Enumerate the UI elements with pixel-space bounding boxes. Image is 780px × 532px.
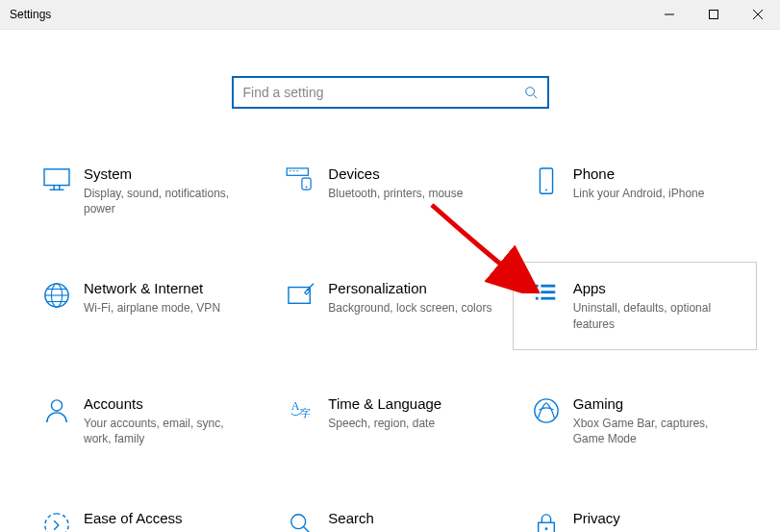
tile-desc: Wi-Fi, airplane mode, VPN (84, 300, 220, 316)
svg-line-6 (533, 95, 537, 99)
tile-title: Gaming (573, 395, 737, 412)
tile-title: Privacy (573, 510, 728, 526)
svg-rect-38 (538, 522, 554, 532)
search-area (0, 30, 780, 147)
tile-phone[interactable]: Phone Link your Android, iPhone (513, 147, 757, 235)
search-input[interactable] (243, 85, 524, 100)
svg-point-4 (525, 88, 534, 96)
tile-desc: Bluetooth, printers, mouse (328, 186, 463, 201)
svg-rect-27 (541, 285, 555, 288)
lock-icon (525, 510, 567, 532)
svg-rect-15 (302, 178, 311, 190)
tile-title: Personalization (328, 280, 491, 296)
tile-desc: Display, sound, notifications, power (84, 186, 247, 216)
svg-point-36 (291, 515, 306, 529)
gaming-icon (525, 395, 567, 446)
svg-rect-1 (710, 11, 718, 19)
system-icon (36, 165, 78, 216)
close-button[interactable] (736, 0, 780, 29)
tile-devices[interactable]: Devices Bluetooth, printers, mouse (267, 147, 512, 235)
tile-ease-of-access[interactable]: Ease of Access Narrator, magnifier, high… (23, 492, 267, 532)
accounts-icon (36, 395, 78, 446)
maximize-button[interactable] (692, 0, 736, 29)
globe-icon (36, 280, 78, 331)
tile-title: Search (328, 510, 461, 526)
svg-text:A: A (291, 399, 300, 413)
phone-icon (525, 165, 567, 216)
tile-title: Devices (328, 165, 463, 182)
ease-of-access-icon (36, 510, 78, 532)
window-controls (647, 0, 780, 29)
tile-desc: Link your Android, iPhone (573, 186, 705, 201)
search-box[interactable] (232, 76, 549, 109)
tile-title: System (84, 165, 247, 182)
tile-network[interactable]: Network & Internet Wi-Fi, airplane mode,… (23, 262, 267, 349)
tile-search[interactable]: Search Find my files, permissions (267, 492, 512, 532)
time-language-icon: A字 (280, 395, 322, 446)
personalization-icon (280, 280, 322, 331)
svg-point-18 (545, 190, 547, 191)
tile-time-language[interactable]: A字 Time & Language Speech, region, date (267, 377, 512, 465)
svg-text:字: 字 (300, 407, 311, 418)
minimize-button[interactable] (647, 0, 692, 29)
svg-rect-26 (536, 285, 539, 288)
svg-rect-28 (536, 291, 539, 294)
tile-gaming[interactable]: Gaming Xbox Game Bar, captures, Game Mod… (513, 377, 757, 465)
titlebar: Settings (0, 0, 780, 30)
window-title: Settings (0, 8, 51, 21)
tile-desc: Speech, region, date (328, 416, 441, 431)
svg-point-16 (306, 186, 308, 188)
tile-title: Ease of Access (84, 510, 247, 526)
apps-icon (525, 280, 567, 331)
svg-point-35 (535, 399, 558, 422)
tile-title: Apps (573, 280, 737, 296)
svg-rect-11 (288, 168, 309, 175)
tile-accounts[interactable]: Accounts Your accounts, email, sync, wor… (23, 377, 267, 465)
svg-point-39 (544, 527, 547, 530)
tile-title: Phone (573, 165, 705, 182)
svg-rect-31 (541, 297, 555, 300)
tile-title: Time & Language (328, 395, 441, 412)
tile-desc: Your accounts, email, sync, work, family (84, 416, 247, 446)
categories-grid: System Display, sound, notifications, po… (0, 147, 780, 532)
tile-system[interactable]: System Display, sound, notifications, po… (23, 147, 267, 235)
tile-desc: Xbox Game Bar, captures, Game Mode (573, 416, 737, 446)
tile-title: Accounts (84, 395, 247, 412)
svg-rect-7 (44, 169, 69, 186)
search-category-icon (280, 510, 322, 532)
tile-desc: Uninstall, defaults, optional features (573, 300, 737, 331)
svg-point-32 (51, 400, 62, 411)
devices-icon (280, 165, 322, 216)
tile-title: Network & Internet (84, 280, 220, 296)
tile-desc: Background, lock screen, colors (328, 300, 491, 316)
svg-line-37 (304, 527, 311, 532)
tile-personalization[interactable]: Personalization Background, lock screen,… (267, 262, 512, 349)
search-icon (524, 86, 538, 99)
tile-privacy[interactable]: Privacy Location, camera, microphone (513, 492, 757, 532)
tile-apps[interactable]: Apps Uninstall, defaults, optional featu… (513, 262, 757, 349)
svg-rect-30 (536, 297, 539, 300)
svg-rect-29 (541, 291, 555, 294)
